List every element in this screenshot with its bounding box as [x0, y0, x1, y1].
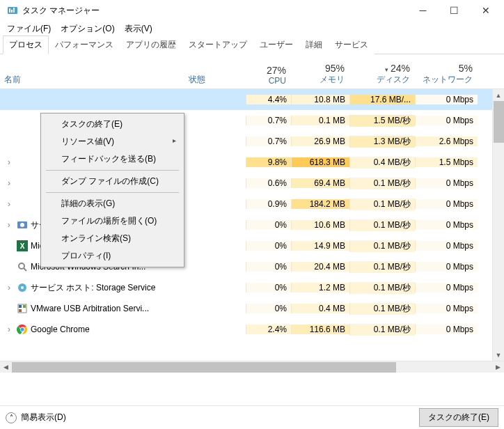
tab-users[interactable]: ユーザー: [253, 36, 299, 54]
tab-services[interactable]: サービス: [329, 36, 375, 54]
menu-view[interactable]: 表示(V): [120, 22, 157, 36]
scroll-right-icon[interactable]: ▶: [492, 364, 504, 370]
network-cell: 0 Mbps: [415, 325, 478, 334]
maximize-button[interactable]: ☐: [439, 0, 470, 21]
table-row[interactable]: 4.4%10.8 MB17.6 MB/...0 Mbps: [0, 89, 504, 110]
column-memory[interactable]: 95%メモリ: [291, 54, 349, 88]
tab-apphistory[interactable]: アプリの履歴: [120, 36, 182, 54]
network-cell: 2.6 Mbps: [415, 136, 478, 146]
network-cell: 0 Mbps: [415, 199, 478, 209]
sort-indicator-icon: ▾: [385, 66, 388, 73]
app-icon: [17, 282, 28, 293]
app-icon: [17, 94, 28, 105]
memory-cell: 1.2 MB: [291, 283, 349, 292]
disk-cell: 0.1 MB/秒: [349, 282, 415, 294]
context-menu-item[interactable]: リソース値(V): [43, 133, 182, 150]
memory-cell: 14.9 MB: [291, 241, 349, 251]
vertical-scrollbar[interactable]: ▲ ▼: [492, 89, 504, 361]
window-title: タスク マネージャー: [22, 5, 100, 17]
expand-icon[interactable]: ›: [4, 325, 14, 334]
disk-cell: 17.6 MB/...: [349, 95, 415, 104]
disk-cell: 0.1 MB/秒: [349, 324, 415, 336]
tab-processes[interactable]: プロセス: [3, 36, 49, 54]
disk-cell: 1.5 MB/秒: [349, 115, 415, 127]
minimize-button[interactable]: ─: [407, 0, 439, 21]
chevron-up-icon[interactable]: ˄: [6, 412, 17, 423]
memory-cell: 20.4 MB: [291, 262, 349, 272]
column-name[interactable]: 名前: [0, 54, 184, 88]
app-icon: [17, 157, 28, 168]
network-cell: 0 Mbps: [415, 283, 478, 292]
memory-cell: 0.4 MB: [291, 304, 349, 313]
cpu-cell: 0%: [246, 304, 291, 313]
context-menu-item[interactable]: ファイルの場所を開く(O): [43, 212, 182, 230]
memory-cell: 26.9 MB: [291, 136, 349, 146]
table-row[interactable]: ›Google Chrome2.4%116.6 MB0.1 MB/秒0 Mbps: [0, 319, 504, 340]
app-icon: X: [17, 240, 28, 251]
memory-cell: 10.6 MB: [291, 220, 349, 230]
scroll-up-icon[interactable]: ▲: [493, 89, 504, 101]
scroll-down-icon[interactable]: ▼: [493, 349, 504, 361]
end-task-button[interactable]: タスクの終了(E): [419, 408, 498, 427]
app-icon: [17, 303, 28, 314]
context-menu-item[interactable]: オンライン検索(S): [43, 230, 182, 247]
expand-icon[interactable]: ›: [4, 178, 14, 188]
fewer-details-link[interactable]: 簡易表示(D): [21, 412, 66, 423]
memory-cell: 10.8 MB: [291, 95, 349, 104]
context-menu-item[interactable]: タスクの終了(E): [43, 116, 182, 133]
tab-performance[interactable]: パフォーマンス: [49, 36, 120, 54]
svg-rect-13: [19, 305, 22, 308]
tab-startup[interactable]: スタートアップ: [182, 36, 253, 54]
svg-rect-2: [11, 10, 13, 13]
svg-rect-15: [19, 309, 22, 312]
context-menu-item[interactable]: 詳細の表示(G): [43, 195, 182, 212]
cpu-cell: 0%: [246, 220, 291, 230]
cpu-cell: 0%: [246, 283, 291, 292]
context-menu-item[interactable]: フィードバックを送る(B): [43, 150, 182, 168]
cpu-cell: 0.7%: [246, 136, 291, 146]
app-icon: [7, 5, 18, 16]
expand-icon[interactable]: ›: [4, 283, 14, 292]
tab-bar: プロセス パフォーマンス アプリの履歴 スタートアップ ユーザー 詳細 サービス: [0, 36, 504, 54]
cpu-cell: 0.6%: [246, 178, 291, 188]
table-row[interactable]: ›サービス ホスト: Storage Service0%1.2 MB0.1 MB…: [0, 277, 504, 298]
column-network[interactable]: 5%ネットワーク: [415, 54, 478, 88]
scroll-thumb[interactable]: [494, 101, 504, 143]
cpu-cell: 2.4%: [246, 325, 291, 334]
column-cpu[interactable]: 27%CPU: [246, 54, 291, 88]
cpu-cell: 4.4%: [246, 95, 291, 104]
disk-cell: 0.1 MB/秒: [349, 178, 415, 189]
app-icon: [17, 261, 28, 272]
memory-cell: 618.3 MB: [291, 157, 349, 167]
menu-file[interactable]: ファイル(F): [3, 22, 55, 36]
context-menu: タスクの終了(E)リソース値(V)フィードバックを送る(B)ダンプ ファイルの作…: [40, 113, 184, 267]
svg-rect-14: [23, 305, 26, 308]
svg-point-5: [20, 223, 24, 227]
close-button[interactable]: ✕: [470, 0, 501, 21]
process-name: サービス ホスト: Storage Service: [31, 282, 155, 294]
horizontal-scrollbar[interactable]: ◀ ▶: [0, 361, 504, 373]
hscroll-thumb[interactable]: [12, 362, 396, 373]
cpu-cell: 0.7%: [246, 116, 291, 125]
app-icon: [17, 219, 28, 231]
app-icon: [17, 324, 28, 335]
expand-icon[interactable]: ›: [4, 199, 14, 209]
svg-point-8: [19, 263, 24, 269]
app-icon: [17, 178, 28, 189]
expand-icon[interactable]: ›: [4, 157, 14, 167]
scroll-left-icon[interactable]: ◀: [0, 364, 12, 370]
menu-bar: ファイル(F) オプション(O) 表示(V): [0, 21, 504, 36]
svg-rect-1: [9, 8, 10, 13]
menu-options[interactable]: オプション(O): [56, 22, 118, 36]
column-headers: 名前 状態 27%CPU 95%メモリ ▾24%ディスク 5%ネットワーク: [0, 54, 504, 89]
tab-details[interactable]: 詳細: [299, 36, 329, 54]
disk-cell: 0.1 MB/秒: [349, 198, 415, 210]
svg-line-9: [24, 268, 26, 271]
table-row[interactable]: VMware USB Arbitration Servi...0%0.4 MB0…: [0, 298, 504, 319]
column-disk[interactable]: ▾24%ディスク: [349, 54, 415, 88]
column-status[interactable]: 状態: [184, 54, 246, 88]
expand-icon[interactable]: ›: [4, 220, 14, 230]
context-menu-item[interactable]: ダンプ ファイルの作成(C): [43, 173, 182, 190]
context-menu-item[interactable]: プロパティ(I): [43, 247, 182, 265]
network-cell: 0 Mbps: [415, 262, 478, 272]
